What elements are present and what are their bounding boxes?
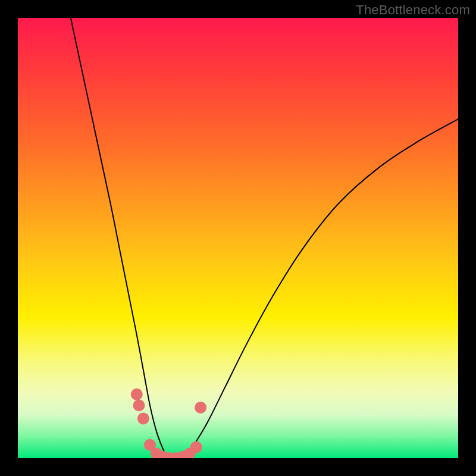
- data-marker: [133, 399, 145, 411]
- data-marker: [195, 402, 206, 414]
- marker-layer: [131, 389, 206, 458]
- data-marker: [190, 441, 202, 453]
- chart-frame: TheBottleneck.com: [0, 0, 476, 476]
- chart-svg: [18, 18, 458, 458]
- plot-area: [18, 18, 458, 458]
- curve-layer: [71, 18, 458, 458]
- data-marker: [131, 389, 143, 400]
- series-left-curve: [71, 18, 168, 458]
- series-right-curve: [185, 119, 458, 458]
- data-marker: [137, 412, 149, 424]
- watermark-text: TheBottleneck.com: [356, 2, 470, 18]
